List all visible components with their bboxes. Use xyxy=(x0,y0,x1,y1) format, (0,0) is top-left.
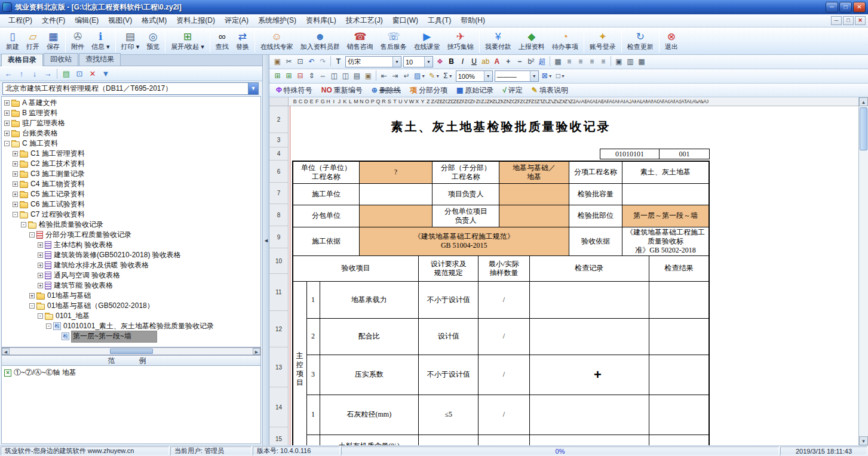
chevron-down-icon[interactable]: ▼ xyxy=(484,71,492,81)
tree-item[interactable]: -C 施工资料 xyxy=(2,138,260,149)
record-code-cell[interactable]: 01010101 xyxy=(600,149,660,159)
format-button[interactable]: A xyxy=(491,56,502,67)
subcontractor-cell[interactable] xyxy=(359,205,432,227)
format-button[interactable]: ⇥ xyxy=(389,70,401,82)
format-button[interactable]: ⊡ xyxy=(295,56,306,67)
tree-expander[interactable]: - xyxy=(46,323,51,329)
tree-item[interactable]: -01地基与基础（GB50202-2018） xyxy=(2,301,260,311)
mdi-close-button[interactable]: ✕ xyxy=(855,16,866,25)
menu-item[interactable]: 工具(T) xyxy=(423,14,456,27)
scroll-down-icon[interactable]: ▼ xyxy=(859,436,868,445)
format-button[interactable]: ◫ xyxy=(329,70,340,82)
action-button[interactable]: NO重新编号 xyxy=(317,85,367,96)
tree-item[interactable]: +C6 施工试验资料 xyxy=(2,199,260,209)
format-button[interactable]: □▼ xyxy=(554,70,567,82)
scrollbar-thumb[interactable] xyxy=(860,107,867,150)
subdivision-name-cell[interactable]: 地基与基础／ 地基 xyxy=(499,161,569,183)
toolbar-button[interactable]: ¥我要付款 xyxy=(481,29,515,54)
tree-expander[interactable]: + xyxy=(38,263,43,268)
tree-expander[interactable]: - xyxy=(4,141,10,146)
format-button[interactable]: ab xyxy=(480,56,491,67)
toolbar-button[interactable]: ▦保存 xyxy=(43,29,63,54)
menu-item[interactable]: 帮助(H) xyxy=(456,14,490,27)
construction-unit-cell[interactable] xyxy=(359,183,432,205)
format-button[interactable]: ▥ xyxy=(624,56,636,67)
tree-item[interactable]: +通风与空调 验收表格 xyxy=(2,270,260,281)
toolbar-button[interactable]: ▶在线课堂 xyxy=(410,29,444,54)
tree-item[interactable]: +建筑装饰装修(GB50210-2018) 验收表格 xyxy=(2,250,260,260)
format-button[interactable]: ⇕ xyxy=(306,70,317,82)
menu-item[interactable]: 系统维护(S) xyxy=(253,14,301,27)
restore-button[interactable]: □ xyxy=(839,2,852,13)
chevron-down-icon[interactable]: ▼ xyxy=(248,83,258,94)
acceptance-basis-cell[interactable]: 《建筑地基基础工程施工质量验收标 准》GB 50202-2018 xyxy=(622,227,710,255)
toolbar-button[interactable]: ⇄替换 xyxy=(232,29,253,54)
chevron-down-icon[interactable]: ▼ xyxy=(392,57,401,67)
tree-expander[interactable]: - xyxy=(38,313,43,319)
font-select[interactable]: 仿宋 ▼ xyxy=(345,56,401,67)
format-button[interactable]: ❖ xyxy=(434,56,446,67)
tree-expander[interactable]: - xyxy=(29,232,35,238)
construction-basis-cell[interactable]: 《建筑地基基础工程施工规范》 GB 51004-2015 xyxy=(359,227,569,255)
check-result-cell[interactable] xyxy=(649,355,709,395)
format-button[interactable]: ⊟ xyxy=(295,70,306,82)
format-button[interactable]: ▦ xyxy=(552,56,563,67)
tree-expander[interactable]: + xyxy=(13,181,18,187)
list-item[interactable]: ✕①~⑦/Ⓐ~Ⓔ轴 地基 xyxy=(4,368,258,378)
format-button[interactable]: T xyxy=(333,56,344,67)
left-panel-tab[interactable]: 回收站 xyxy=(44,53,78,66)
tree-expander[interactable]: + xyxy=(38,283,43,288)
close-button[interactable]: ✕ xyxy=(853,2,866,13)
format-button[interactable]: ▨▼ xyxy=(412,70,427,82)
action-button[interactable]: 项分部分项 xyxy=(406,85,452,96)
tree-item[interactable]: +A 基建文件 xyxy=(2,98,260,108)
tree-expander[interactable]: + xyxy=(4,121,10,126)
font-size-select[interactable]: 10 ▼ xyxy=(403,56,433,67)
scroll-up-icon[interactable]: ▲ xyxy=(859,97,868,106)
tree-expander[interactable]: + xyxy=(13,192,18,197)
format-button[interactable]: U xyxy=(468,56,480,67)
action-button[interactable]: √评定 xyxy=(498,85,527,96)
toolbar-button[interactable]: ◆上报资料 xyxy=(515,29,548,54)
tree-item[interactable]: -检01010101_素土、灰土地基检验批质量验收记录 xyxy=(2,321,260,331)
format-button[interactable]: Σ▼ xyxy=(441,70,454,82)
unit-name-cell[interactable]: ? xyxy=(359,161,432,183)
chevron-down-icon[interactable]: ▼ xyxy=(424,57,433,67)
tree-expander[interactable]: + xyxy=(13,202,18,207)
tree-expander[interactable]: + xyxy=(13,161,18,167)
check-record-cell[interactable] xyxy=(529,355,649,395)
nav-forward-icon[interactable]: → xyxy=(42,68,54,79)
toolbar-button[interactable]: ✈技巧集锦 xyxy=(444,29,477,54)
tree-expander[interactable]: + xyxy=(38,273,43,278)
record-serial-cell[interactable]: 001 xyxy=(660,149,710,159)
format-button[interactable]: ⇤ xyxy=(378,70,389,82)
toolbar-button[interactable]: ▤打印 ▾ xyxy=(118,29,143,54)
format-button[interactable]: ▣ xyxy=(363,70,374,82)
toolbar-button[interactable]: ▱打开 xyxy=(23,29,43,54)
menu-item[interactable]: 资料上报(D) xyxy=(171,14,220,27)
format-button[interactable]: ≡ xyxy=(586,56,597,67)
toolbar-button[interactable]: ✦账号登录 xyxy=(586,29,619,54)
mdi-restore-button[interactable]: □ xyxy=(843,16,854,25)
tree-item[interactable]: +C4 施工物资资料 xyxy=(2,179,260,189)
tree-expander[interactable]: + xyxy=(13,151,18,156)
left-panel-tab[interactable]: 表格目录 xyxy=(1,54,43,66)
line-style-select[interactable]: ——— ▼ xyxy=(495,70,539,82)
document-vertical-scrollbar[interactable]: ▲ ▼ xyxy=(858,97,868,445)
toolbar-button[interactable]: ↻检查更新 xyxy=(624,29,657,54)
tree-item[interactable]: -检验批质量验收记录 xyxy=(2,220,260,230)
menu-item[interactable]: 技术工艺(J) xyxy=(341,14,388,27)
action-button[interactable]: ⊕删除线 xyxy=(367,85,405,96)
tree-expander[interactable]: + xyxy=(4,131,10,136)
tree-item[interactable]: +01地基与基础 xyxy=(2,291,260,301)
toolbar-button[interactable]: ∞查找 xyxy=(212,29,232,54)
tree-expander[interactable]: - xyxy=(29,303,35,309)
check-record-cell[interactable] xyxy=(529,318,649,355)
menu-item[interactable]: 视图(V) xyxy=(103,14,137,27)
tree-expander[interactable]: + xyxy=(29,293,35,298)
format-button[interactable]: ▣ xyxy=(613,56,624,67)
check-result-cell[interactable] xyxy=(649,435,709,445)
subcontractor-manager-cell[interactable] xyxy=(499,205,569,227)
tree-expander[interactable]: - xyxy=(21,222,26,227)
item-name-value-cell[interactable]: 素土、灰土地基 xyxy=(622,161,710,183)
